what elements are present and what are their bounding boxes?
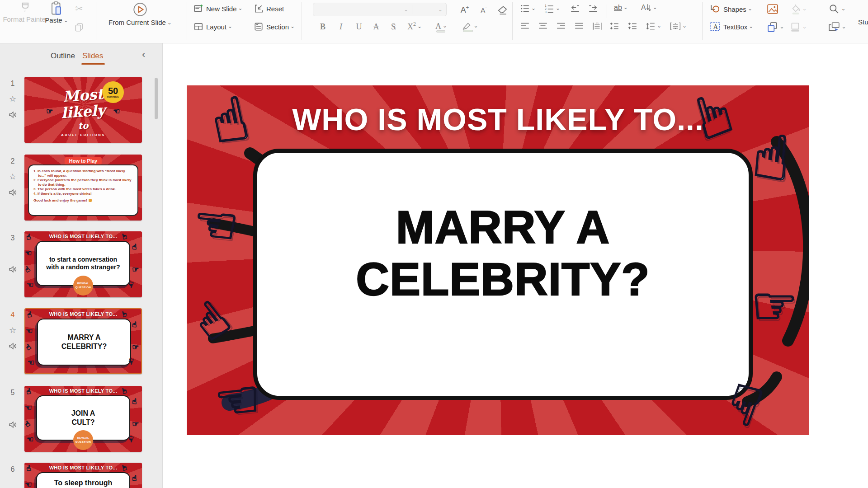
increase-indent-button[interactable] [587,4,599,14]
shapes-label: Shapes [723,5,746,13]
active-tab-underline [81,63,105,65]
hand-point-left-icon: ☜ [212,372,264,428]
audio-speaker-icon[interactable] [8,188,17,197]
how-to-play-box: 1. In each round, a question starting wi… [28,164,138,216]
reset-button[interactable]: Reset [254,4,284,14]
find-button[interactable]: ⌄ [826,3,848,15]
char-spacing-button[interactable]: ab ⌄ [614,4,628,12]
font-color-button[interactable]: A ⌄ [430,20,452,33]
highlight-icon [462,22,472,31]
current-slide[interactable]: WHO IS MOST LIKELY TO... MARRY A CELEBRI… [187,85,809,435]
paste-label: Paste [45,16,62,24]
numbering-button[interactable]: 1 2 3 ⌄ [544,4,560,14]
superscript-button[interactable]: X2⌄ [404,21,425,33]
paste-icon [50,1,63,16]
slide-thumbnail-2[interactable]: 1. In each round, a question starting wi… [24,155,142,221]
tab-outline[interactable]: Outline [51,52,75,61]
hand-point-up-icon: ☝ [132,242,137,251]
slide-thumbnail-4-selected[interactable]: WHO IS MOST LIKELY TO... ☝ ☝ ☜ ☝ ☜ ☝ ☞ ☟… [24,308,142,374]
frame-button[interactable]: ⌄ [788,21,808,33]
how-to-play-item: 2. Everyone points to the person they th… [33,178,134,187]
align-left-button[interactable] [520,22,530,31]
cut-button[interactable]: ✂ [73,3,85,14]
audio-speaker-icon[interactable] [8,342,17,351]
reset-label: Reset [266,5,284,13]
play-circle-icon [132,0,149,19]
strikethrough-button[interactable]: A [370,21,382,33]
italic-button[interactable]: I [335,21,347,33]
arrange-button[interactable]: ⌄ [766,21,786,33]
text-shadow-button[interactable]: S [387,21,400,33]
ribbon-divider [702,2,703,40]
hand-point-up-icon: ☝ [132,397,137,406]
format-painter-icon [19,1,32,15]
hand-point-left-icon: ☜ [25,249,32,258]
shapes-button[interactable]: Shapes⌄ [710,4,752,14]
from-current-slide-button[interactable]: From Current Slide⌄ [99,0,181,27]
distribute-text-button[interactable]: <> [592,22,602,31]
hand-point-left-icon: ☜ [25,403,32,412]
text-direction-button[interactable]: A ⌄ [641,4,657,12]
question-box[interactable]: MARRY A CELEBRITY? [253,149,753,400]
new-slide-button[interactable]: New Slide⌄ [193,4,243,14]
align-right-button[interactable] [556,22,566,31]
line-spacing-button[interactable]: ⌄ [646,22,661,31]
decrease-font-button[interactable]: A- [476,4,491,16]
section-button[interactable]: Section⌄ [254,22,295,32]
increase-font-button[interactable]: A+ [458,4,472,16]
svg-text:3: 3 [545,10,547,14]
textbox-button[interactable]: A TextBox⌄ [710,22,753,32]
slide-title[interactable]: WHO IS MOST LIKELY TO... [187,102,809,137]
space-after-button[interactable] [627,22,637,31]
slide-thumbnail-1[interactable]: Most likely to ☞ ☜ 50 ROUNDS ADULT EDITI… [24,77,142,143]
copy-button[interactable] [73,22,85,33]
text-vertical-align-icon [670,22,681,31]
decrease-indent-button[interactable] [569,4,581,14]
underline-button[interactable]: U [353,21,365,33]
sidebar-scrollbar[interactable] [155,78,158,119]
text-shadow-icon: S [391,22,396,32]
font-name-select[interactable] [313,3,412,16]
how-to-play-item: 1. In each round, a question starting wi… [33,169,134,178]
slide-thumbnail-6[interactable]: WHO IS MOST LIKELY TO... ☝ ☝ ☜ ☝ To slee… [24,463,142,488]
distribute-text-icon: <> [592,22,602,31]
shape-fill-button[interactable]: ⌄ [788,3,808,15]
slideshow-button[interactable]: ⌄ [826,21,849,33]
transition-star-icon[interactable]: ☆ [7,172,18,182]
space-before-button[interactable] [609,22,619,31]
strikethrough-icon: A [373,22,379,32]
audio-speaker-icon[interactable] [8,265,17,274]
bold-button[interactable]: B [316,21,329,33]
clear-format-button[interactable] [496,5,509,16]
slide-number: 5 [6,389,19,397]
format-painter-label: Format Painter [3,15,47,24]
slide-thumbnail-5[interactable]: WHO IS MOST LIKELY TO... ☝ ☝ ☜ ☝ ☜ ☝ ☞ ☟… [24,386,142,452]
svg-text:2: 2 [545,7,547,10]
clipped-ribbon-label[interactable]: Stu [858,18,868,26]
collapse-panel-button[interactable]: ‹ [142,49,145,61]
bullets-button[interactable]: ⌄ [520,4,536,14]
transition-star-icon[interactable]: ☆ [7,94,18,104]
tab-slides[interactable]: Slides [82,52,103,61]
audio-speaker-icon[interactable] [8,110,17,119]
section-icon [254,22,264,32]
highlight-color-button[interactable]: ⌄ [458,20,482,33]
justify-button[interactable] [574,22,584,31]
align-center-button[interactable] [538,22,548,31]
transition-star-icon[interactable]: ☆ [7,325,18,335]
slide-thumbnail-3[interactable]: WHO IS MOST LIKELY TO... ☝ ☝ ☜ ☝ ☜ ☝ ☞ ☟… [24,231,142,297]
format-painter-button[interactable]: Format Painter [8,1,42,24]
how-to-play-item: 3. The person with the most votes takes … [33,187,134,192]
layout-button[interactable]: Layout⌄ [193,22,232,32]
slide-number: 1 [6,80,19,88]
slide-number: 3 [6,234,19,242]
increase-font-icon: A [461,5,466,15]
insert-picture-button[interactable] [766,3,779,15]
text-vertical-align-button[interactable]: ⌄ [670,22,687,31]
paste-button[interactable]: Paste⌄ [42,1,71,24]
chevron-down-icon: ⌄ [682,23,687,29]
hand-point-right-icon: ☞ [46,107,53,116]
audio-speaker-icon[interactable] [8,420,17,429]
hand-point-up-icon: ☝ [132,474,137,483]
hand-point-left-icon: ☜ [26,326,33,335]
